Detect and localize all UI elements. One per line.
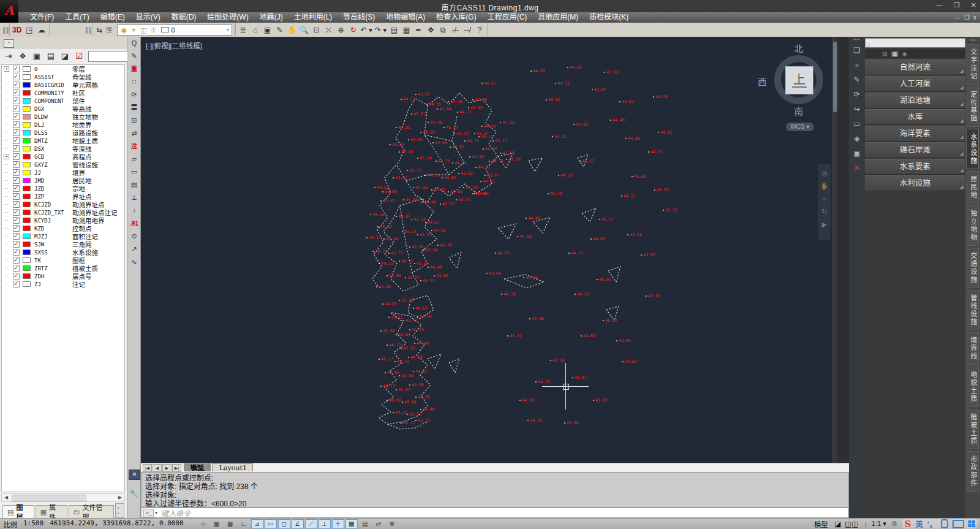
elevation-label[interactable]: 44.89 bbox=[519, 234, 532, 239]
layer-visible-checkbox[interactable] bbox=[13, 66, 20, 72]
quickview-layout-icon[interactable]: ◫◫ bbox=[845, 520, 858, 528]
elevation-label[interactable]: 43.72 bbox=[665, 208, 677, 213]
elevation-label[interactable]: 44.89 bbox=[428, 173, 440, 178]
elevation-label[interactable]: 45.02 bbox=[548, 97, 560, 102]
elevation-label[interactable]: 43.64 bbox=[420, 156, 432, 161]
palette-item-人工河渠[interactable]: 人工河渠 bbox=[865, 76, 965, 92]
layer-visible-checkbox[interactable] bbox=[13, 113, 20, 120]
layer-row-SJW[interactable]: ┄SJW三角网 bbox=[2, 240, 124, 248]
layer-row-COMMUNITY[interactable]: ┄COMMUNITY社区 bbox=[2, 89, 124, 97]
layer-color-swatch[interactable] bbox=[23, 106, 31, 112]
elevation-label[interactable]: 44.13 bbox=[650, 150, 663, 154]
layer-visible-checkbox[interactable] bbox=[13, 225, 20, 232]
layer-visible-checkbox[interactable] bbox=[13, 249, 20, 256]
table-icon[interactable]: ▤ bbox=[127, 178, 141, 191]
elevation-label[interactable]: 44.13 bbox=[383, 384, 395, 389]
chevron-down-icon[interactable]: ▾ bbox=[155, 510, 157, 516]
elevation-label[interactable]: 44.67 bbox=[452, 145, 464, 150]
palette-item-水利设施[interactable]: 水利设施 bbox=[865, 175, 965, 191]
command-input[interactable]: >_ ▾ 键入命令 bbox=[141, 508, 849, 518]
layer-visible-checkbox[interactable] bbox=[13, 137, 20, 144]
elevation-label[interactable]: 43.64 bbox=[404, 400, 417, 405]
elevation-label[interactable]: 43.58 bbox=[413, 217, 426, 222]
elevation-label[interactable]: 43.72 bbox=[391, 251, 403, 256]
elevation-label[interactable]: 45.02 bbox=[595, 398, 608, 403]
elevation-label[interactable]: 43.95 bbox=[389, 273, 401, 278]
annotation-scale-dropdown[interactable]: 1:1 ▾ bbox=[872, 520, 886, 528]
elevation-label[interactable]: 45.02 bbox=[383, 329, 395, 333]
scrollbar-thumb[interactable] bbox=[833, 42, 837, 112]
elevation-label[interactable]: 43.58 bbox=[401, 298, 413, 303]
layer-color-swatch[interactable] bbox=[23, 249, 31, 255]
microphone-icon[interactable] bbox=[941, 519, 948, 528]
tab-nav-button[interactable]: ◀ bbox=[153, 464, 162, 472]
layer-row-MJZJ[interactable]: ┄MJZJ面积注记 bbox=[2, 232, 124, 240]
layer-color-swatch[interactable] bbox=[23, 114, 31, 120]
palette-tab-管线设施[interactable]: 管线设施 bbox=[967, 290, 979, 330]
elevation-label[interactable]: 44.40 bbox=[379, 284, 391, 289]
layer-row-KCYDJ[interactable]: ┄KCYDJ勘测用地界 bbox=[2, 216, 124, 224]
elevation-label[interactable]: 44.21 bbox=[459, 110, 472, 115]
layer-visible-checkbox[interactable] bbox=[13, 281, 20, 287]
layer-check-icon[interactable]: ☑ bbox=[74, 51, 84, 61]
elevation-label[interactable]: 43.95 bbox=[576, 122, 588, 127]
layer-row-ASSIST[interactable]: ┄ASSIST骨架线 bbox=[2, 73, 124, 81]
elevation-label[interactable]: 44.40 bbox=[430, 265, 442, 270]
layer-color-swatch[interactable] bbox=[23, 210, 31, 215]
elevation-label[interactable]: 43.95 bbox=[403, 346, 415, 351]
sogou-logo-icon[interactable]: S bbox=[905, 519, 911, 529]
palette-item-水系要素[interactable]: 水系要素 bbox=[865, 159, 965, 175]
layer-translate-icon[interactable]: ⇥ bbox=[4, 51, 13, 61]
layer-color-swatch[interactable] bbox=[23, 273, 31, 279]
doc-window-control[interactable]: x bbox=[973, 14, 976, 21]
layer-color-swatch[interactable] bbox=[23, 138, 31, 143]
layer-filter-input[interactable] bbox=[88, 51, 131, 62]
palette-tab-水系设施[interactable]: 水系设施 bbox=[967, 129, 979, 169]
add-icon[interactable]: ⊕ bbox=[386, 519, 398, 529]
panel-tab-文件管理[interactable]: 🗀文件管理 bbox=[69, 505, 114, 518]
blocks-icon[interactable]: ∷ bbox=[127, 75, 141, 88]
annotation-visibility-icon[interactable]: ⚙ bbox=[891, 520, 897, 528]
elevation-label[interactable]: 44.13 bbox=[491, 159, 503, 164]
zoom-extents-icon[interactable]: ⌕ bbox=[823, 195, 826, 203]
layer-visible-checkbox[interactable] bbox=[13, 257, 20, 264]
elevation-label[interactable]: 44.89 bbox=[423, 130, 435, 135]
elevation-label[interactable]: 45.17 bbox=[407, 275, 420, 280]
elevation-label[interactable]: 44.56 bbox=[560, 173, 573, 178]
elevation-label[interactable]: 43.95 bbox=[405, 197, 418, 202]
layer-row-JZP[interactable]: ┄JZP界址点 bbox=[2, 192, 124, 200]
layer-color-swatch[interactable] bbox=[23, 122, 31, 127]
layer-list-icon[interactable]: ▤ bbox=[46, 51, 56, 61]
panel-tab-属性[interactable]: ▦属性 bbox=[36, 505, 67, 518]
erase-icon[interactable]: ✕ bbox=[849, 161, 865, 175]
elevation-label[interactable]: 45.17 bbox=[605, 318, 617, 323]
layer-color-swatch[interactable] bbox=[23, 281, 31, 287]
menu-item-12[interactable]: 其他应用(M) bbox=[532, 12, 584, 23]
menu-item-0[interactable]: 文件(F) bbox=[24, 12, 59, 23]
elevation-label[interactable]: 43.64 bbox=[450, 189, 462, 194]
layer-row-BASICGRID[interactable]: ┄BASICGRID单元网格 bbox=[2, 81, 124, 89]
cloud-icon[interactable]: ☁ bbox=[37, 25, 47, 35]
layer-visible-checkbox[interactable] bbox=[13, 82, 20, 88]
command-close-icon[interactable]: ✕ bbox=[129, 470, 140, 480]
layer-color-swatch[interactable] bbox=[23, 234, 31, 239]
rotate-copy-icon[interactable]: ⟳ bbox=[849, 87, 865, 102]
layer-visible-checkbox[interactable] bbox=[13, 89, 20, 96]
elevation-label[interactable]: 44.56 bbox=[526, 275, 538, 280]
elevation-label[interactable]: 44.13 bbox=[403, 97, 415, 102]
elevation-label[interactable]: 43.72 bbox=[510, 333, 522, 338]
grid-display-icon[interactable]: ▦ bbox=[224, 519, 236, 529]
ortho-mode-icon[interactable]: ∟ bbox=[238, 519, 250, 529]
elevation-label[interactable]: 44.89 bbox=[385, 189, 397, 194]
layer-visible-checkbox[interactable] bbox=[13, 217, 20, 224]
elevation-label[interactable]: 44.05 bbox=[410, 137, 423, 142]
palette-item-湖泊池塘[interactable]: 湖泊池塘 bbox=[865, 93, 965, 108]
freeze-icon[interactable]: ◫ bbox=[139, 25, 149, 35]
layer-row-GCD[interactable]: +GCD高程点 bbox=[2, 153, 124, 161]
qnew-icon[interactable]: ▤ bbox=[389, 25, 399, 35]
elevation-label[interactable]: 43.58 bbox=[552, 358, 565, 363]
perpendicular-snap-icon[interactable]: ⊥ bbox=[318, 519, 331, 529]
elevation-label[interactable]: 44.05 bbox=[593, 237, 605, 242]
grid-view-icon[interactable]: ▦ bbox=[891, 51, 899, 57]
elevation-label[interactable]: 43.58 bbox=[401, 373, 413, 378]
